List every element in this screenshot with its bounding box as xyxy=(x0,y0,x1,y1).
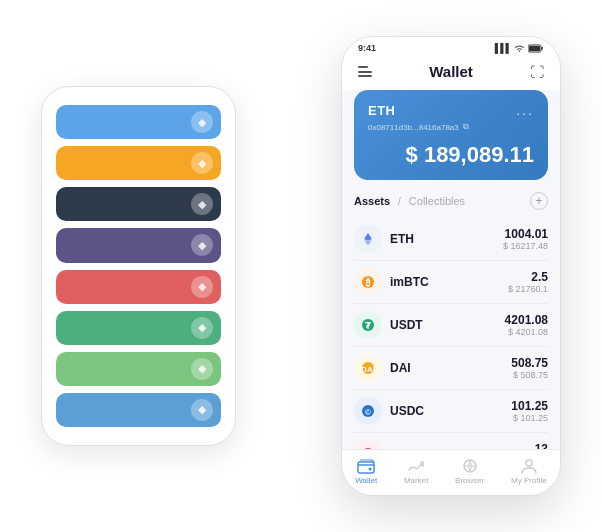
asset-icon-eth xyxy=(354,225,382,253)
asset-icon-dai: DAI xyxy=(354,354,382,382)
status-time: 9:41 xyxy=(358,43,376,53)
card-row-orange[interactable]: ◆ xyxy=(56,146,221,180)
imbtc-usd: $ 21760.1 xyxy=(508,284,548,294)
svg-text:DAI: DAI xyxy=(361,365,375,374)
asset-row-imbtc[interactable]: ₿ imBTC 2.5 $ 21760.1 xyxy=(354,261,548,304)
card-icon-red: ◆ xyxy=(191,276,213,298)
nav-market-label: Market xyxy=(404,476,428,485)
signal-icon: ▌▌▌ xyxy=(495,43,511,53)
phone-content: ETH ... 0x08711d3b...8416a78a3 ⧉ $ 189,0… xyxy=(342,90,560,449)
card-icon-purple: ◆ xyxy=(191,234,213,256)
menu-button[interactable] xyxy=(358,66,372,77)
eth-balance: $ 189,089.11 xyxy=(368,142,534,168)
usdt-usd: $ 4201.08 xyxy=(505,327,548,337)
asset-name-usdc: USDC xyxy=(390,404,511,418)
card-row-lightblue[interactable]: ◆ xyxy=(56,393,221,427)
asset-row-usdc[interactable]: © USDC 101.25 $ 101.25 xyxy=(354,390,548,433)
usdt-amount: 4201.08 xyxy=(505,313,548,327)
usdc-amount: 101.25 xyxy=(511,399,548,413)
profile-nav-icon xyxy=(520,458,538,474)
wifi-icon xyxy=(514,44,525,52)
copy-icon[interactable]: ⧉ xyxy=(463,122,469,132)
card-row-blue[interactable]: ◆ xyxy=(56,105,221,139)
svg-point-15 xyxy=(369,468,372,471)
asset-name-imbtc: imBTC xyxy=(390,275,508,289)
usdc-usd: $ 101.25 xyxy=(511,413,548,423)
eth-card-top: ETH ... xyxy=(368,102,534,118)
nav-browser[interactable]: Browser xyxy=(455,458,484,485)
eth-card-label: ETH xyxy=(368,103,396,118)
browser-nav-icon xyxy=(461,458,479,474)
svg-text:©: © xyxy=(365,408,371,417)
asset-list: ETH 1004.01 $ 16217.48 ₿ imBTC 2.5 $ 217… xyxy=(354,218,548,449)
back-phone: ◆ ◆ ◆ ◆ ◆ ◆ ◆ ◆ xyxy=(41,86,236,446)
asset-amounts-dai: 508.75 $ 508.75 xyxy=(511,356,548,380)
svg-text:₮: ₮ xyxy=(365,321,372,331)
svg-point-18 xyxy=(526,460,532,466)
hamburger-line-3 xyxy=(358,75,372,77)
asset-row-dai[interactable]: DAI DAI 508.75 $ 508.75 xyxy=(354,347,548,390)
eth-address: 0x08711d3b...8416a78a3 ⧉ xyxy=(368,122,534,132)
card-icon-lightgreen: ◆ xyxy=(191,358,213,380)
asset-row-eth[interactable]: ETH 1004.01 $ 16217.48 xyxy=(354,218,548,261)
scene: ◆ ◆ ◆ ◆ ◆ ◆ ◆ ◆ 9:41 ▌▌▌ xyxy=(11,11,591,521)
card-row-green[interactable]: ◆ xyxy=(56,311,221,345)
tab-collectibles[interactable]: Collectibles xyxy=(409,195,465,207)
card-icon-blue: ◆ xyxy=(191,111,213,133)
front-phone: 9:41 ▌▌▌ Wall xyxy=(341,36,561,496)
asset-name-usdt: USDT xyxy=(390,318,505,332)
imbtc-amount: 2.5 xyxy=(508,270,548,284)
nav-profile-label: My Profile xyxy=(511,476,547,485)
svg-rect-1 xyxy=(529,46,540,51)
eth-usd: $ 16217.48 xyxy=(503,241,548,251)
card-icon-lightblue: ◆ xyxy=(191,399,213,421)
asset-amounts-tft: 13 0 xyxy=(535,442,548,449)
balance-prefix: $ xyxy=(406,142,424,167)
asset-icon-usdc: © xyxy=(354,397,382,425)
asset-name-dai: DAI xyxy=(390,361,511,375)
asset-row-tft[interactable]: T TFT 13 0 xyxy=(354,433,548,449)
status-bar: 9:41 ▌▌▌ xyxy=(342,37,560,57)
card-row-red[interactable]: ◆ xyxy=(56,270,221,304)
eth-amount: 1004.01 xyxy=(503,227,548,241)
eth-more-button[interactable]: ... xyxy=(516,102,534,118)
card-icon-dark: ◆ xyxy=(191,193,213,215)
wallet-nav-icon xyxy=(357,458,375,474)
asset-amounts-usdc: 101.25 $ 101.25 xyxy=(511,399,548,423)
card-icon-green: ◆ xyxy=(191,317,213,339)
nav-profile[interactable]: My Profile xyxy=(511,458,547,485)
asset-amounts-eth: 1004.01 $ 16217.48 xyxy=(503,227,548,251)
asset-icon-tft: T xyxy=(354,440,382,449)
nav-wallet-label: Wallet xyxy=(355,476,377,485)
tft-amount: 13 xyxy=(535,442,548,449)
asset-icon-imbtc: ₿ xyxy=(354,268,382,296)
nav-browser-label: Browser xyxy=(455,476,484,485)
nav-market[interactable]: Market xyxy=(404,458,428,485)
tab-assets[interactable]: Assets xyxy=(354,195,390,207)
asset-amounts-usdt: 4201.08 $ 4201.08 xyxy=(505,313,548,337)
phone-header: Wallet ⛶ xyxy=(342,57,560,90)
svg-marker-2 xyxy=(364,233,372,241)
card-row-lightgreen[interactable]: ◆ xyxy=(56,352,221,386)
asset-row-usdt[interactable]: ₮ USDT 4201.08 $ 4201.08 xyxy=(354,304,548,347)
assets-header: Assets / Collectibles + xyxy=(354,192,548,210)
card-row-purple[interactable]: ◆ xyxy=(56,228,221,262)
status-icons: ▌▌▌ xyxy=(495,43,544,53)
balance-value: 189,089.11 xyxy=(424,142,534,167)
battery-icon xyxy=(528,44,544,53)
bottom-nav: Wallet Market Browser xyxy=(342,449,560,495)
dai-usd: $ 508.75 xyxy=(511,370,548,380)
asset-name-eth: ETH xyxy=(390,232,503,246)
expand-button[interactable]: ⛶ xyxy=(530,64,544,80)
card-icon-orange: ◆ xyxy=(191,152,213,174)
assets-tabs: Assets / Collectibles xyxy=(354,195,465,207)
eth-card[interactable]: ETH ... 0x08711d3b...8416a78a3 ⧉ $ 189,0… xyxy=(354,90,548,180)
hamburger-line-2 xyxy=(358,71,372,73)
add-asset-button[interactable]: + xyxy=(530,192,548,210)
asset-amounts-imbtc: 2.5 $ 21760.1 xyxy=(508,270,548,294)
nav-wallet[interactable]: Wallet xyxy=(355,458,377,485)
asset-icon-usdt: ₮ xyxy=(354,311,382,339)
dai-amount: 508.75 xyxy=(511,356,548,370)
market-nav-icon xyxy=(407,458,425,474)
card-row-dark[interactable]: ◆ xyxy=(56,187,221,221)
